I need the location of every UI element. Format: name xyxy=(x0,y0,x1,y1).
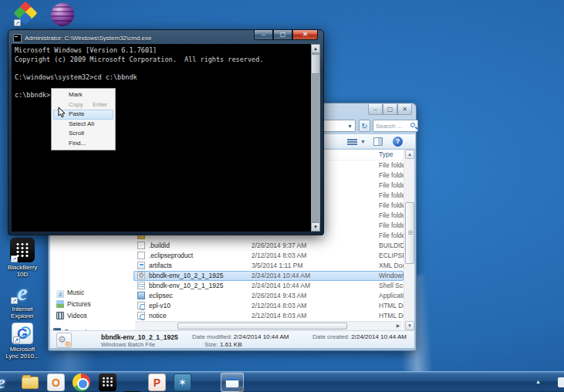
console-line: Copyright (c) 2009 Microsoft Corporation… xyxy=(15,56,308,65)
search-box[interactable] xyxy=(373,120,418,132)
table-row[interactable]: .eclipseproduct2/12/2014 8:03 AMECLIPSEP… xyxy=(133,251,404,261)
horizontal-scrollbar[interactable]: ▶ xyxy=(135,321,402,330)
desktop-icon-internet-explorer[interactable]: e↗ Internet Explorer xyxy=(3,281,42,319)
sidebar-item-music[interactable]: ♪Music xyxy=(56,289,84,299)
table-row[interactable]: notice2/12/2014 8:03 AMHTML Document xyxy=(133,311,404,321)
cmd-titlebar[interactable]: Administrator: C:\Windows\System32\cmd.e… xyxy=(13,32,152,43)
file-name: epl-v10 xyxy=(149,302,249,309)
explorer-close-button[interactable]: ✕ xyxy=(397,104,412,115)
console-line xyxy=(15,64,308,73)
refresh-button[interactable]: ↻ xyxy=(359,120,370,132)
scroll-down-button[interactable]: ▼ xyxy=(311,222,320,231)
file-icon xyxy=(137,252,145,259)
scroll-right-button[interactable]: ▶ xyxy=(394,323,402,330)
batch-file-large-icon: ⚙⚙ xyxy=(56,333,72,348)
prompt-text: c:\bbndk> xyxy=(15,91,50,99)
taskbar-powerpoint-icon[interactable]: P xyxy=(148,373,166,391)
desktop-icon-lync[interactable]: G↗ Microsoft Lync 2010... xyxy=(3,323,42,360)
tray-icon[interactable] xyxy=(558,377,564,387)
explorer-maximize-button[interactable]: ▢ xyxy=(383,104,397,115)
cmd-maximize-button[interactable]: ▢ xyxy=(273,30,292,40)
file-date: 2/12/2014 8:03 AM xyxy=(252,312,338,319)
file-type: XML Document xyxy=(379,262,404,269)
details-file-name: bbndk-env_10_2_1_1925 xyxy=(101,333,178,341)
file-name: eclipsec xyxy=(149,292,249,299)
file-name: notice xyxy=(149,312,249,319)
taskbar-cmd-button-active[interactable]: ⚙ xyxy=(221,373,244,392)
cmd-scrollbar[interactable]: ▲ ▼ xyxy=(311,44,320,231)
file-type: HTML Document xyxy=(379,312,404,319)
scroll-down-button[interactable]: ▼ xyxy=(405,321,414,330)
explorer-minimize-button[interactable]: – xyxy=(368,104,383,115)
taskbar-outlook-icon[interactable]: O xyxy=(47,373,65,391)
cmd-close-button[interactable]: ✕ xyxy=(292,30,318,40)
sidebar-item-label: Pictures xyxy=(67,300,91,308)
file-type: File folder xyxy=(379,191,404,199)
file-name: bbndk-env_10_2_1_1925 xyxy=(149,282,249,289)
menu-item-scroll[interactable]: Scroll xyxy=(53,129,113,139)
file-date: 2/12/2014 8:03 AM xyxy=(252,252,338,259)
file-type: HTML Document xyxy=(379,302,404,309)
shortcut-arrow-icon: ↗ xyxy=(13,336,20,343)
type-column-header[interactable]: Type xyxy=(379,150,404,158)
menu-item-mark[interactable]: Mark xyxy=(53,90,113,100)
shortcut-arrow-icon: ↗ xyxy=(14,19,21,26)
table-row-selected[interactable]: ⚙bbndk-env_10_2_1_19252/24/2014 10:44 AM… xyxy=(133,271,404,281)
date-modified-value: 2/24/2014 10:44 AM xyxy=(234,333,289,340)
file-type: ECLIPSEPRODUCT File xyxy=(379,252,404,259)
scroll-up-button[interactable]: ▲ xyxy=(405,150,414,159)
momentics-icon xyxy=(51,3,74,26)
menu-item-label: Mark xyxy=(69,91,83,98)
taskbar-blackberry-icon[interactable] xyxy=(99,373,117,391)
cmd-minimize-button[interactable]: – xyxy=(254,30,273,40)
file-type: File folder xyxy=(379,161,404,169)
show-hidden-icons-button[interactable]: ▲ xyxy=(535,379,541,384)
menu-item-select-all[interactable]: Select All xyxy=(53,120,113,130)
table-row[interactable]: epl-v102/12/2014 8:03 AMHTML Document xyxy=(133,301,404,311)
sidebar-item-label: Videos xyxy=(67,312,87,319)
preview-pane-icon[interactable] xyxy=(373,137,383,146)
music-icon: ♪ xyxy=(56,290,64,298)
views-icon[interactable] xyxy=(347,139,357,145)
taskbar-communicator-icon[interactable]: ✶ xyxy=(174,373,191,391)
menu-item-label: Paste xyxy=(69,110,84,117)
taskbar: e O P ✶ ⚙ ▲ xyxy=(0,371,564,392)
desktop-icon-blackberry[interactable]: ↗ BlackBerry 10D xyxy=(3,238,42,278)
scrollbar-thumb[interactable] xyxy=(177,323,347,329)
size-value: 1.61 KB xyxy=(220,341,241,348)
table-row[interactable]: .buildid2/26/2014 9:37 AMBUILDID File xyxy=(133,241,404,251)
scrollbar-thumb[interactable] xyxy=(311,54,320,74)
table-row[interactable]: bbndk-env_10_2_1_19252/24/2014 10:44 AMS… xyxy=(133,281,404,291)
blackberry-icon: ↗ xyxy=(10,238,35,262)
search-input[interactable] xyxy=(376,121,408,130)
scrollbar-thumb[interactable] xyxy=(405,202,414,264)
file-icon xyxy=(137,242,145,249)
mouse-cursor xyxy=(58,106,67,119)
sidebar-item-videos[interactable]: Videos xyxy=(56,312,87,322)
vertical-scrollbar[interactable]: ▲ ▼ xyxy=(404,150,414,330)
taskbar-internet-explorer-icon[interactable]: e xyxy=(0,373,15,391)
table-row[interactable]: artifacts3/5/2014 1:11 PMXML Document xyxy=(133,261,404,271)
shortcut-arrow-icon: ↗ xyxy=(11,255,18,262)
file-date: 2/26/2014 9:43 AM xyxy=(252,292,338,299)
taskbar-chrome-icon[interactable] xyxy=(73,373,90,391)
file-type: Application xyxy=(379,292,404,299)
html-file-icon xyxy=(137,302,145,309)
file-name: .eclipseproduct xyxy=(149,252,249,259)
console-line: C:\windows\system32>cd c:\bbndk xyxy=(15,73,308,83)
menu-item-find[interactable]: Find... xyxy=(53,139,113,149)
desktop-icon-label: Microsoft Lync 2010... xyxy=(3,346,42,360)
help-icon[interactable]: ? xyxy=(393,137,403,147)
file-date: 2/12/2014 8:03 AM xyxy=(252,302,338,309)
file-type: File folder xyxy=(379,211,404,219)
taskbar-windows-explorer-icon[interactable] xyxy=(22,373,39,391)
file-type: File folder xyxy=(379,221,404,229)
details-pane: ⚙⚙ bbndk-env_10_2_1_1925 Windows Batch F… xyxy=(50,330,414,348)
table-row[interactable]: eclipsec2/26/2014 9:43 AMApplication xyxy=(133,291,404,301)
file-name: artifacts xyxy=(149,262,249,269)
file-type: Shell Script xyxy=(379,282,404,289)
chevron-down-icon[interactable]: ▼ xyxy=(360,139,366,144)
chevron-down-icon[interactable]: ▼ xyxy=(347,123,353,129)
scroll-up-button[interactable]: ▲ xyxy=(311,44,320,53)
sidebar-item-pictures[interactable]: Pictures xyxy=(56,300,91,310)
